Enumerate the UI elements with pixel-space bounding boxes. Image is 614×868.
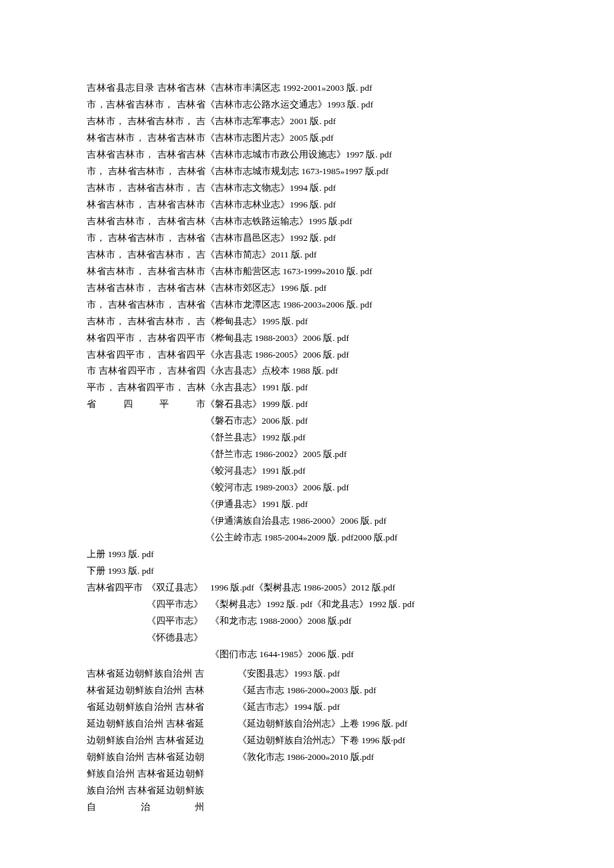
file-entry: 《延边朝鲜族自治州志》上卷 1996 版. pdf — [238, 716, 527, 733]
file-entry: 《桦甸县志》1995 版. pdf — [206, 314, 527, 330]
file-entry: 《梨树县志》1992 版. pdf《和龙县志》1992 版. pdf — [210, 596, 527, 613]
file-entry: 《吉林市龙潭区志 1986-2003»2006 版. pdf — [206, 297, 527, 314]
region-list-3: 吉林省延边朝鲜族自治州 吉林省延边朝鲜族自治州 吉林省延边朝鲜族自治州 吉林省延… — [87, 666, 204, 816]
file-entry: 《吉林市志城市规划志 1673-1985»1997 版.pdf — [206, 163, 527, 180]
main-block-3: 吉林省延边朝鲜族自治州 吉林省延边朝鲜族自治州 吉林省延边朝鲜族自治州 吉林省延… — [87, 666, 527, 816]
file-list-2: 1996 版.pdf《梨树县志 1986-2005》2012 版.pdf 《梨树… — [210, 580, 527, 630]
file-entry: 《磐石市志》2006 版. pdf — [206, 413, 527, 430]
title-entry: 《怀德县志》 — [147, 630, 210, 646]
file-entry: 《吉林市昌邑区志》1992 版. pdf — [206, 230, 527, 247]
file-entry: 《吉林市志军事志》2001 版. pdf — [206, 113, 527, 130]
title-entry: 《四平市志》 — [147, 596, 210, 613]
title-entry: 《双辽县志》 — [147, 580, 210, 596]
file-entry: 《吉林市志铁路运输志》1995 版.pdf — [206, 213, 527, 230]
tail-lines: 上册 1993 版. pdf 下册 1993 版. pdf — [87, 546, 527, 580]
file-entry: 《吉林市志文物志》1994 版. pdf — [206, 180, 527, 197]
file-entry: 《蛟河市志 1989-2003》2006 版. pdf — [206, 480, 527, 496]
file-entry: 《吉林市丰满区志 1992-2001»2003 版. pdf — [206, 80, 527, 97]
file-entry: 《吉林市志城市市政公用设施志》1997 版. pdf — [206, 147, 527, 163]
file-entry: 《吉林市简志》2011 版. pdf — [206, 247, 527, 264]
file-entry: 《安图县志》1993 版. pdf — [238, 666, 527, 683]
file-entry: 《吉林市志图片志》2005 版.pdf — [206, 130, 527, 147]
region-list-1: 吉林省县志目录 吉林省吉林市，吉林省吉林市， 吉林省吉林市， 吉林省吉林市， 吉… — [87, 80, 206, 413]
file-entry: 《伊通满族自治县志 1986-2000》2006 版. pdf — [206, 513, 527, 530]
region-label: 吉林省四平市 — [87, 580, 147, 596]
file-entry: 《延边朝鲜族自治州志》下卷 1996 版·pdf — [238, 733, 527, 749]
file-entry: 《吉林市船营区志 1673-1999»2010 版. pdf — [206, 264, 527, 280]
file-entry: 下册 1993 版. pdf — [87, 563, 527, 580]
file-entry: 《桦甸县志 1988-2003》2006 版. pdf — [206, 330, 527, 347]
file-entry: 1996 版.pdf《梨树县志 1986-2005》2012 版.pdf — [210, 580, 527, 596]
file-entry: 《舒兰县志》1992 版.pdf — [206, 430, 527, 446]
title-entry: 《四平市志》 — [147, 613, 210, 630]
file-entry: 《舒兰市志 1986-2002》2005 版.pdf — [206, 446, 527, 463]
file-entry: 上册 1993 版. pdf — [87, 546, 527, 563]
file-entry: 《吉林市志林业志》1996 版. pdf — [206, 197, 527, 213]
file-entry: 《蛟河县志》1991 版.pdf — [206, 463, 527, 480]
file-entry: 《延吉市志 1986-2000»2003 版. pdf — [238, 683, 527, 699]
file-entry: 《伊通县志》1991 版. pdf — [206, 496, 527, 513]
file-entry: 《延吉市志》1994 版. pdf — [238, 699, 527, 716]
file-entry: 《吉林市志公路水运交通志》1993 版. pdf — [206, 97, 527, 113]
file-list-1: 《吉林市丰满区志 1992-2001»2003 版. pdf 《吉林市志公路水运… — [206, 80, 527, 546]
main-block-2: 吉林省四平市 《双辽县志》 《四平市志》 《四平市志》 《怀德县志》 1996 … — [87, 580, 527, 646]
file-entry: 《敦化市志 1986-2000»2010 版.pdf — [238, 749, 527, 766]
file-entry: 《永吉县志 1986-2005》2006 版. pdf — [206, 347, 527, 364]
extra-line: 《图们市志 1644-1985》2006 版. pdf — [87, 646, 527, 663]
file-entry: 《永吉县志》点校本 1988 版. pdf — [206, 363, 527, 380]
file-entry: 《吉林市郊区志》1996 版. pdf — [206, 280, 527, 297]
file-entry: 《和龙市志 1988-2000》2008 版.pdf — [210, 613, 527, 630]
file-entry: 《磐石县志》1999 版. pdf — [206, 396, 527, 413]
file-entry: 《永吉县志》1991 版. pdf — [206, 380, 527, 396]
file-list-3: 《安图县志》1993 版. pdf 《延吉市志 1986-2000»2003 版… — [204, 666, 527, 766]
title-list: 《双辽县志》 《四平市志》 《四平市志》 《怀德县志》 — [147, 580, 210, 646]
main-block-1: 吉林省县志目录 吉林省吉林市，吉林省吉林市， 吉林省吉林市， 吉林省吉林市， 吉… — [87, 80, 527, 546]
file-entry: 《公主岭市志 1985-2004»2009 版. pdf2000 版.pdf — [206, 530, 527, 546]
